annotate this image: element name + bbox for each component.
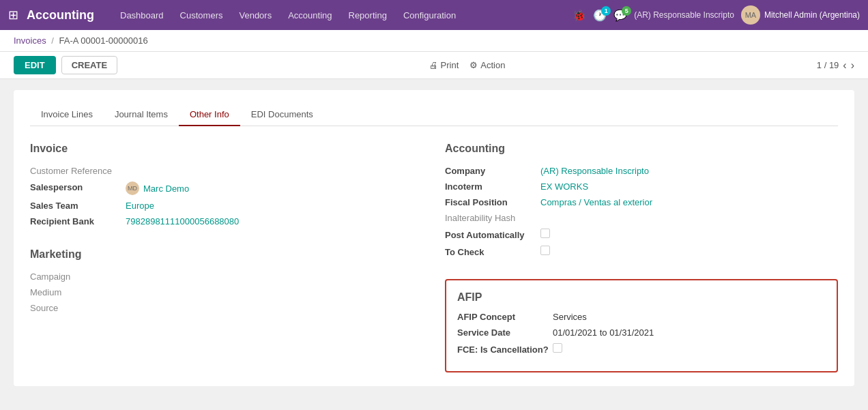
inalterability-row: Inalterability Hash [445, 213, 838, 223]
recipient-bank-value[interactable]: 79828981111000056688080 [126, 216, 239, 226]
grid-icon[interactable]: ⊞ [8, 8, 18, 23]
nav-vendors[interactable]: Vendors [232, 8, 278, 23]
recipient-bank-row: Recipient Bank 79828981111000056688080 [30, 216, 423, 226]
incoterm-label: Incoterm [445, 181, 540, 192]
topbar: ⊞ Accounting Dashboard Customers Vendors… [0, 0, 868, 30]
company-row: Company (AR) Responsable Inscripto [445, 166, 838, 176]
tab-journal-items[interactable]: Journal Items [104, 104, 179, 126]
print-icon: 🖨 [429, 60, 438, 70]
action-button[interactable]: ⚙ Action [469, 60, 505, 70]
accounting-section: Accounting Company (AR) Responsable Insc… [445, 143, 838, 257]
content-grid: Invoice Customer Reference Salesperson M… [30, 143, 838, 372]
to-check-checkbox[interactable] [540, 246, 550, 255]
action-bar-right: 1 / 19 ‹ › [817, 59, 854, 72]
sales-team-label: Sales Team [30, 201, 126, 211]
to-check-label: To Check [445, 247, 540, 257]
content-card: Invoice Lines Journal Items Other Info E… [14, 90, 854, 386]
salesperson-avatar: MD [126, 181, 139, 195]
service-date-value: 01/01/2021 to 01/31/2021 [553, 327, 654, 338]
edit-button[interactable]: EDIT [14, 56, 56, 74]
nav-reporting[interactable]: Reporting [342, 8, 394, 23]
company-label: Company [445, 166, 540, 176]
accounting-section-title: Accounting [445, 143, 838, 155]
invoice-section: Invoice Customer Reference Salesperson M… [30, 143, 423, 226]
nav-dashboard[interactable]: Dashboard [113, 8, 171, 23]
left-column: Invoice Customer Reference Salesperson M… [30, 143, 423, 372]
salesperson-value[interactable]: Marc Demo [143, 184, 189, 194]
customer-reference-label: Customer Reference [30, 166, 126, 176]
breadcrumb-separator: / [51, 35, 54, 46]
inalterability-label: Inalterability Hash [445, 213, 540, 223]
to-check-row: To Check [445, 246, 838, 257]
breadcrumb-current: FA-A 00001-00000016 [59, 35, 148, 46]
medium-label: Medium [30, 287, 126, 297]
source-row: Source [30, 303, 423, 313]
prev-arrow[interactable]: ‹ [843, 59, 846, 72]
medium-row: Medium [30, 287, 423, 297]
recipient-bank-label: Recipient Bank [30, 216, 126, 226]
post-auto-row: Post Automatically [445, 229, 838, 240]
tab-invoice-lines[interactable]: Invoice Lines [30, 104, 104, 126]
top-nav: Dashboard Customers Vendors Accounting R… [113, 8, 573, 23]
nav-configuration[interactable]: Configuration [396, 8, 463, 23]
tab-edi-documents[interactable]: EDI Documents [240, 104, 324, 126]
tab-bar: Invoice Lines Journal Items Other Info E… [30, 104, 838, 126]
source-label: Source [30, 303, 126, 313]
service-date-label: Service Date [457, 327, 553, 338]
message-icon[interactable]: 💬 5 [613, 9, 627, 22]
campaign-row: Campaign [30, 272, 423, 282]
tab-other-info[interactable]: Other Info [179, 104, 240, 126]
next-arrow[interactable]: › [851, 59, 854, 72]
marketing-section: Marketing Campaign Medium Source [30, 248, 423, 313]
customer-reference-row: Customer Reference [30, 166, 423, 176]
action-bar-center: 🖨 Print ⚙ Action [123, 60, 811, 70]
salesperson-row: Salesperson MD Marc Demo [30, 181, 423, 195]
gear-icon: ⚙ [469, 60, 478, 70]
breadcrumb-parent[interactable]: Invoices [14, 35, 46, 46]
message-badge: 5 [622, 6, 631, 16]
salesperson-label: Salesperson [30, 182, 126, 192]
main-content: Invoice Lines Journal Items Other Info E… [0, 79, 868, 397]
sales-team-row: Sales Team Europe [30, 201, 423, 211]
fiscal-position-value[interactable]: Compras / Ventas al exterior [540, 197, 652, 207]
fce-row: FCE: Is Cancellation? [457, 343, 826, 355]
company-value[interactable]: (AR) Responsable Inscripto [540, 166, 649, 176]
incoterm-row: Incoterm EX WORKS [445, 181, 838, 192]
topbar-right: 🐞 🕐 1 💬 5 (AR) Responsable Inscripto MA … [573, 5, 860, 25]
clock-icon[interactable]: 🕐 1 [593, 9, 607, 22]
right-column: Accounting Company (AR) Responsable Insc… [445, 143, 838, 372]
fiscal-position-label: Fiscal Position [445, 197, 540, 207]
nav-customers[interactable]: Customers [173, 8, 230, 23]
afip-concept-value: Services [553, 312, 587, 322]
user-menu[interactable]: MA Mitchell Admin (Argentina) [741, 5, 860, 25]
action-label: Action [480, 60, 505, 70]
invoice-section-title: Invoice [30, 143, 423, 155]
fce-label: FCE: Is Cancellation? [457, 345, 553, 355]
marketing-section-title: Marketing [30, 248, 423, 261]
avatar: MA [741, 5, 760, 25]
print-label: Print [441, 60, 459, 70]
afip-concept-row: AFIP Concept Services [457, 312, 826, 322]
fce-checkbox[interactable] [553, 343, 562, 353]
incoterm-value[interactable]: EX WORKS [540, 181, 588, 192]
user-name: Mitchell Admin (Argentina) [764, 10, 860, 20]
nav-accounting[interactable]: Accounting [281, 8, 338, 23]
post-auto-label: Post Automatically [445, 230, 540, 240]
breadcrumb: Invoices / FA-A 00001-00000016 [0, 30, 868, 52]
action-bar: EDIT CREATE 🖨 Print ⚙ Action 1 / 19 ‹ › [0, 52, 868, 79]
print-button[interactable]: 🖨 Print [429, 60, 459, 70]
afip-box: AFIP AFIP Concept Services Service Date … [445, 279, 838, 372]
post-auto-checkbox[interactable] [540, 229, 550, 238]
sales-team-value[interactable]: Europe [126, 201, 154, 211]
bug-icon[interactable]: 🐞 [573, 9, 586, 22]
afip-section-title: AFIP [457, 291, 826, 304]
app-brand: Accounting [27, 8, 94, 23]
clock-badge: 1 [601, 6, 611, 16]
salesperson-value-container: MD Marc Demo [126, 181, 189, 195]
afip-wrapper: AFIP AFIP Concept Services Service Date … [445, 279, 838, 372]
create-button[interactable]: CREATE [61, 56, 117, 74]
responsable-label: (AR) Responsable Inscripto [634, 10, 734, 20]
campaign-label: Campaign [30, 272, 126, 282]
service-date-row: Service Date 01/01/2021 to 01/31/2021 [457, 327, 826, 338]
afip-concept-label: AFIP Concept [457, 312, 553, 322]
